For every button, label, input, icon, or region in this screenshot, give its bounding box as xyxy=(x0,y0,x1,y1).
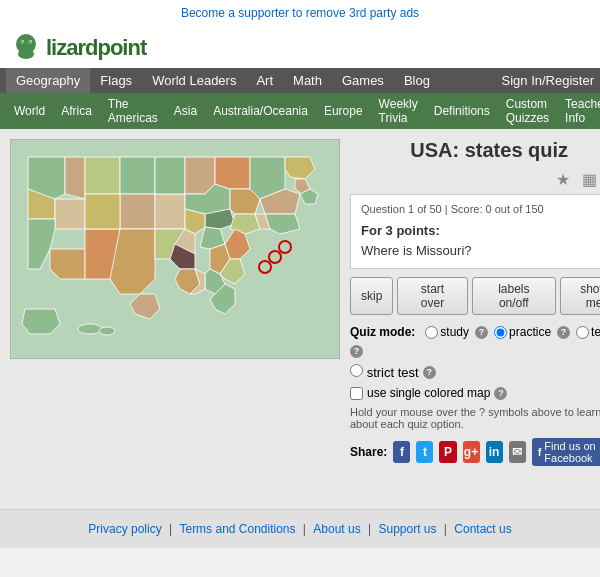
logo-text: lizardpoint xyxy=(46,35,146,61)
svg-point-4 xyxy=(22,40,24,42)
nav-world-leaders[interactable]: World Leaders xyxy=(142,68,246,93)
svg-marker-16 xyxy=(120,194,155,229)
svg-marker-18 xyxy=(155,157,185,194)
share-facebook-icon[interactable]: f xyxy=(393,441,410,463)
share-pinterest-icon[interactable]: P xyxy=(439,441,456,463)
nav-art[interactable]: Art xyxy=(246,68,283,93)
quiz-score: Question 1 of 50 | Score: 0 out of 150 xyxy=(361,203,600,215)
sign-in-link[interactable]: Sign In/Register xyxy=(502,73,595,88)
nav-world[interactable]: World xyxy=(6,100,53,122)
mode-test[interactable]: test xyxy=(576,325,600,339)
nav-weekly-trivia[interactable]: Weekly Trivia xyxy=(371,93,426,129)
fb-page-label: Find us on Facebook xyxy=(544,440,600,464)
nav-math[interactable]: Math xyxy=(283,68,332,93)
main-content: USA: states quiz ★ ▦ 💡 Question 1 of 50 … xyxy=(0,129,600,509)
svg-marker-10 xyxy=(55,199,85,229)
quiz-question-text: For 3 points: Where is Missouri? xyxy=(361,221,600,260)
supporter-link[interactable]: Become a supporter to remove 3rd party a… xyxy=(181,6,419,20)
svg-marker-8 xyxy=(65,157,85,199)
svg-marker-47 xyxy=(22,309,60,334)
svg-marker-17 xyxy=(155,194,185,229)
quiz-question-box: Question 1 of 50 | Score: 0 out of 150 F… xyxy=(350,194,600,269)
nav-custom-quizzes[interactable]: Custom Quizzes xyxy=(498,93,557,129)
quiz-question-body: Where is Missouri? xyxy=(361,243,472,258)
nav-flags[interactable]: Flags xyxy=(90,68,142,93)
quiz-mode-row: Quiz mode: study ? practice ? test ? xyxy=(350,325,600,358)
share-linkedin-icon[interactable]: in xyxy=(486,441,503,463)
mode-test-label: test xyxy=(591,325,600,339)
quiz-button-row: skip start over labels on/off show me xyxy=(350,277,600,315)
quiz-points: For 3 points: xyxy=(361,223,440,238)
test-help-icon[interactable]: ? xyxy=(350,345,363,358)
mode-study-radio[interactable] xyxy=(425,326,438,339)
practice-help-icon[interactable]: ? xyxy=(557,326,570,339)
skip-button[interactable]: skip xyxy=(350,277,393,315)
nav-definitions[interactable]: Definitions xyxy=(426,100,498,122)
mode-study-label: study xyxy=(440,325,469,339)
share-label: Share: xyxy=(350,445,387,459)
footer-privacy[interactable]: Privacy policy xyxy=(88,522,161,536)
quiz-mode-label: Quiz mode: xyxy=(350,325,415,339)
strict-help-icon[interactable]: ? xyxy=(423,366,436,379)
usa-map[interactable] xyxy=(10,139,340,359)
footer-terms[interactable]: Terms and Conditions xyxy=(179,522,295,536)
svg-point-5 xyxy=(30,40,32,42)
labels-button[interactable]: labels on/off xyxy=(472,277,556,315)
share-row: Share: f t P g+ in ✉ f Find us on Facebo… xyxy=(350,438,600,466)
mode-test-radio[interactable] xyxy=(576,326,589,339)
share-googleplus-icon[interactable]: g+ xyxy=(463,441,480,463)
nav-asia[interactable]: Asia xyxy=(166,100,205,122)
nav-geography[interactable]: Geography xyxy=(6,68,90,93)
strict-test-row: strict test ? xyxy=(350,364,600,380)
svg-point-48 xyxy=(78,324,102,334)
svg-point-49 xyxy=(99,327,115,335)
mode-study[interactable]: study xyxy=(425,325,469,339)
mode-strict[interactable]: strict test xyxy=(350,364,419,380)
share-email-icon[interactable]: ✉ xyxy=(509,441,526,463)
quiz-panel: USA: states quiz ★ ▦ 💡 Question 1 of 50 … xyxy=(350,139,600,499)
logo-icon xyxy=(10,32,42,64)
fb-page-icon: f xyxy=(538,446,542,458)
primary-nav: Geography Flags World Leaders Art Math G… xyxy=(0,68,600,93)
footer-about[interactable]: About us xyxy=(313,522,360,536)
svg-marker-15 xyxy=(120,157,155,194)
mode-practice-label: practice xyxy=(509,325,551,339)
star-icon[interactable]: ★ xyxy=(556,170,576,190)
svg-marker-19 xyxy=(85,194,120,229)
svg-point-1 xyxy=(18,49,34,59)
mode-strict-label: strict test xyxy=(367,365,419,380)
nav-australia[interactable]: Australia/Oceania xyxy=(205,100,316,122)
svg-marker-14 xyxy=(85,157,120,194)
nav-africa[interactable]: Africa xyxy=(53,100,100,122)
map-area xyxy=(10,139,340,499)
single-color-checkbox[interactable] xyxy=(350,387,363,400)
mode-practice-radio[interactable] xyxy=(494,326,507,339)
nav-games[interactable]: Games xyxy=(332,68,394,93)
show-me-button[interactable]: show me xyxy=(560,277,600,315)
nav-europe[interactable]: Europe xyxy=(316,100,371,122)
secondary-nav: World Africa The Americas Asia Australia… xyxy=(0,93,600,129)
footer-contact[interactable]: Contact us xyxy=(454,522,511,536)
footer-support[interactable]: Support us xyxy=(378,522,436,536)
svg-marker-12 xyxy=(50,249,85,279)
list-icon[interactable]: ▦ xyxy=(582,170,600,190)
svg-marker-24 xyxy=(215,157,250,189)
checkbox-row: use single colored map ? xyxy=(350,386,600,400)
hint-text: Hold your mouse over the ? symbols above… xyxy=(350,406,600,430)
quiz-icon-bar: ★ ▦ 💡 xyxy=(350,170,600,190)
study-help-icon[interactable]: ? xyxy=(475,326,488,339)
quiz-title: USA: states quiz xyxy=(350,139,600,162)
mode-practice[interactable]: practice xyxy=(494,325,551,339)
logo-bar: lizardpoint xyxy=(0,26,600,68)
footer: Privacy policy | Terms and Conditions | … xyxy=(0,509,600,548)
nav-teacher-info[interactable]: Teacher Info xyxy=(557,93,600,129)
nav-americas[interactable]: The Americas xyxy=(100,93,166,129)
mode-strict-radio[interactable] xyxy=(350,364,363,377)
ad-banner: Become a supporter to remove 3rd party a… xyxy=(0,0,600,26)
nav-blog[interactable]: Blog xyxy=(394,68,440,93)
color-help-icon[interactable]: ? xyxy=(494,387,507,400)
single-color-label[interactable]: use single colored map xyxy=(367,386,490,400)
share-twitter-icon[interactable]: t xyxy=(416,441,433,463)
start-over-button[interactable]: start over xyxy=(397,277,467,315)
find-facebook-button[interactable]: f Find us on Facebook xyxy=(532,438,600,466)
